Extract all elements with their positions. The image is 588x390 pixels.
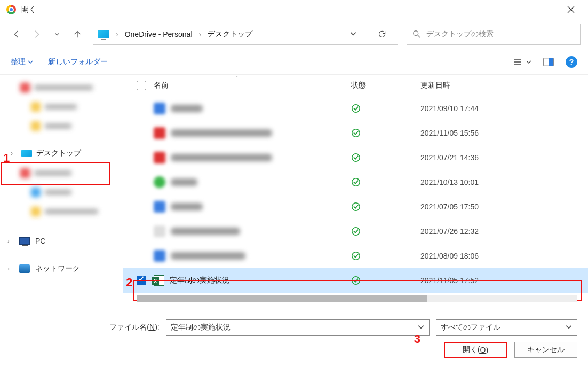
- svg-point-0: [414, 31, 418, 36]
- sidebar-pc-label: PC: [35, 237, 45, 245]
- close-button[interactable]: [560, 0, 582, 19]
- history-dropdown[interactable]: [48, 25, 66, 43]
- close-icon: [567, 6, 575, 13]
- svg-point-6: [352, 178, 360, 186]
- sidebar-item-network[interactable]: › ネットワーク: [0, 259, 123, 279]
- file-date: 2021/09/10 17:44: [420, 104, 479, 113]
- filename-value: 定年制の実施状況: [171, 323, 231, 332]
- dropdown-icon[interactable]: [417, 323, 425, 332]
- organize-menu[interactable]: 整理: [11, 57, 33, 67]
- sync-ok-icon: [351, 227, 361, 236]
- toolbar: 整理 新しいフォルダー ?: [0, 49, 588, 75]
- list-header: ˆ 名前 状態 更新日時: [123, 75, 588, 96]
- dropdown-icon: [526, 58, 531, 66]
- file-row[interactable]: 2021/07/05 17:50: [123, 194, 588, 219]
- breadcrumb-sep-1: ›: [114, 30, 121, 38]
- file-row[interactable]: 2021/08/09 18:06: [123, 244, 588, 268]
- column-status[interactable]: 状態: [351, 81, 420, 90]
- file-row[interactable]: 2021/07/26 12:32: [123, 219, 588, 244]
- row-checkbox-checked[interactable]: [137, 276, 146, 285]
- file-name-redacted: [171, 154, 272, 161]
- sidebar-item-desktop[interactable]: › デスクトップ: [0, 143, 123, 163]
- file-date: 2021/07/21 14:36: [420, 153, 479, 162]
- svg-rect-2: [549, 58, 553, 66]
- window-title: 開く: [21, 5, 36, 14]
- cancel-button[interactable]: キャンセル: [514, 342, 577, 358]
- dropdown-icon[interactable]: [565, 323, 573, 332]
- file-icon: [154, 127, 165, 139]
- open-button[interactable]: 開く(O): [444, 342, 507, 358]
- svg-point-9: [352, 252, 360, 260]
- file-date: 2021/07/05 17:50: [420, 202, 479, 211]
- sync-ok-icon: [351, 177, 361, 187]
- file-row[interactable]: 2021/10/13 10:01: [123, 170, 588, 194]
- refresh-button[interactable]: [370, 24, 393, 44]
- row-checkbox[interactable]: [137, 177, 146, 187]
- row-checkbox[interactable]: [137, 128, 146, 138]
- row-checkbox[interactable]: [137, 153, 146, 162]
- row-checkbox[interactable]: [137, 202, 146, 212]
- file-name-redacted: [171, 203, 203, 210]
- file-icon: [154, 225, 165, 237]
- scrollbar-thumb[interactable]: [137, 295, 427, 302]
- expand-icon[interactable]: ›: [11, 150, 17, 157]
- main-area: 1 › デスクトップ › PC › ネットワーク: [0, 75, 588, 314]
- svg-point-5: [352, 154, 360, 161]
- file-icon: [154, 250, 165, 262]
- file-date: 2021/08/09 18:06: [420, 252, 479, 260]
- horizontal-scrollbar[interactable]: [137, 295, 577, 302]
- back-button[interactable]: [7, 25, 26, 43]
- select-all-checkbox[interactable]: [137, 81, 146, 90]
- breadcrumb-sep-2: ›: [197, 30, 204, 38]
- breadcrumb-desktop[interactable]: デスクトップ: [208, 29, 252, 39]
- view-mode-button[interactable]: [512, 57, 531, 67]
- row-checkbox[interactable]: [137, 104, 146, 113]
- new-folder-button[interactable]: 新しいフォルダー: [48, 57, 108, 67]
- expand-icon[interactable]: ›: [7, 237, 14, 245]
- up-button[interactable]: [68, 25, 86, 43]
- file-row[interactable]: 2021/07/21 14:36: [123, 145, 588, 170]
- file-name-redacted: [171, 178, 197, 186]
- bottom-panel: ファイル名(N): 定年制の実施状況 すべてのファイル 開く(O) キャンセル …: [0, 314, 588, 365]
- filename-combo[interactable]: 定年制の実施状況: [166, 319, 430, 336]
- column-name[interactable]: 名前: [154, 81, 351, 90]
- new-folder-label: 新しいフォルダー: [48, 57, 108, 67]
- forward-button[interactable]: [28, 25, 46, 43]
- filetype-combo[interactable]: すべてのファイル: [436, 319, 577, 336]
- navigation-row: › OneDrive - Personal › デスクトップ デスクトップの検索: [0, 19, 588, 49]
- file-row-selected[interactable]: 定年制の実施状況 2021/11/05 17:52: [123, 268, 588, 293]
- network-icon: [19, 264, 30, 273]
- dropdown-icon: [28, 58, 33, 66]
- desktop-icon: [21, 150, 32, 157]
- pc-icon: [19, 237, 30, 245]
- title-bar: 開く: [0, 0, 588, 19]
- sidebar-redacted-mid: [0, 163, 123, 221]
- file-icon: [154, 176, 165, 188]
- file-name-redacted: [171, 228, 240, 235]
- search-box[interactable]: デスクトップの検索: [407, 24, 581, 45]
- column-modified[interactable]: 更新日時: [420, 81, 450, 90]
- file-date: 2021/11/05 15:56: [420, 129, 479, 137]
- file-name-redacted: [171, 129, 272, 137]
- svg-point-8: [352, 228, 360, 235]
- cancel-label: キャンセル: [527, 345, 565, 355]
- chrome-icon: [6, 5, 16, 14]
- breadcrumb-onedrive[interactable]: OneDrive - Personal: [125, 30, 193, 38]
- filetype-value: すべてのファイル: [441, 323, 500, 332]
- sidebar-item-pc[interactable]: › PC: [0, 231, 123, 251]
- selected-file-name: 定年制の実施状況: [170, 276, 229, 285]
- help-button[interactable]: ?: [566, 56, 577, 68]
- address-dropdown[interactable]: [349, 30, 365, 39]
- file-row[interactable]: 2021/11/05 15:56: [123, 121, 588, 145]
- row-checkbox[interactable]: [137, 251, 146, 261]
- address-bar[interactable]: › OneDrive - Personal › デスクトップ: [93, 24, 398, 45]
- expand-icon[interactable]: ›: [7, 265, 14, 272]
- sync-ok-icon: [351, 202, 361, 212]
- file-row[interactable]: 2021/09/10 17:44: [123, 96, 588, 121]
- sync-ok-icon: [351, 251, 361, 261]
- sync-ok-icon: [351, 276, 361, 285]
- row-checkbox[interactable]: [137, 227, 146, 236]
- preview-pane-button[interactable]: [543, 57, 554, 67]
- search-icon: [412, 30, 421, 38]
- file-name-redacted: [171, 105, 203, 112]
